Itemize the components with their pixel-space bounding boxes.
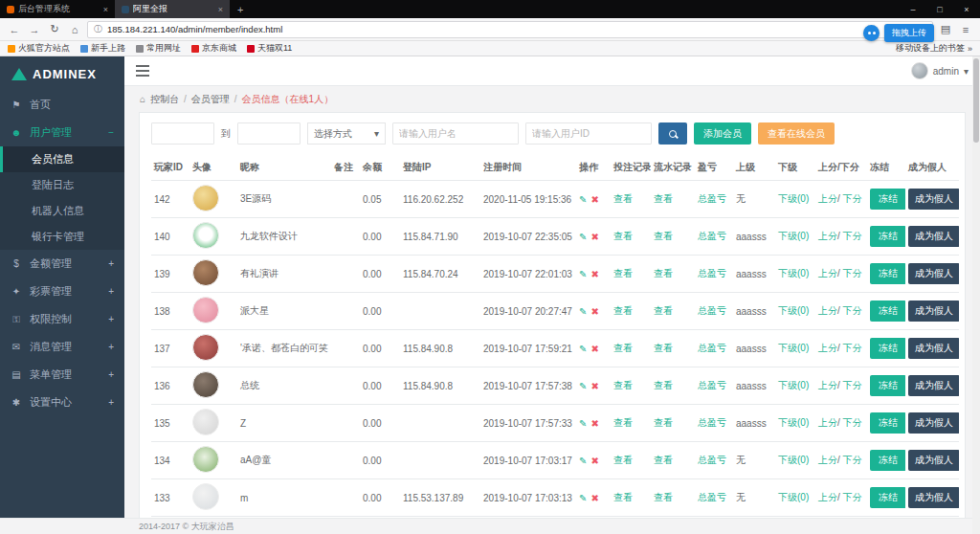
delete-icon[interactable]: ✖ (590, 381, 598, 391)
view-bets-link[interactable]: 查看 (613, 417, 633, 428)
view-bets-link[interactable]: 查看 (613, 492, 633, 502)
sidebar-item-member-info[interactable]: 会员信息 (0, 146, 124, 172)
freeze-button[interactable]: 冻结 (870, 375, 905, 396)
breadcrumb-member-management[interactable]: 会员管理 (191, 93, 230, 106)
url-text[interactable]: 185.184.221.140/admin/member/index.html (107, 24, 901, 34)
subtract-points-link[interactable]: 下分 (843, 417, 862, 428)
become-fake-button[interactable]: 成为假人 (908, 375, 959, 396)
subordinate-link[interactable]: 下级(0) (778, 380, 809, 390)
become-fake-button[interactable]: 成为假人 (908, 263, 959, 284)
bookmark-item[interactable]: 京东商城 (191, 42, 236, 55)
delete-icon[interactable]: ✖ (590, 269, 598, 279)
total-profit-link[interactable]: 总盈亏 (698, 455, 726, 465)
subtract-points-link[interactable]: 下分 (843, 268, 862, 278)
subtract-points-link[interactable]: 下分 (843, 343, 862, 353)
mobile-bookmarks[interactable]: 移动设备上的书签» (896, 42, 972, 55)
view-online-members-button[interactable]: 查看在线会员 (758, 122, 835, 145)
url-bar[interactable]: ⓘ 185.184.221.140/admin/member/index.htm… (87, 21, 933, 38)
bookmark-item[interactable]: 天猫双11 (247, 42, 292, 55)
edit-icon[interactable]: ✎ (579, 418, 587, 429)
become-fake-button[interactable]: 成为假人 (908, 300, 959, 322)
edit-icon[interactable]: ✎ (579, 306, 587, 317)
new-tab-button[interactable]: + (230, 0, 251, 18)
subordinate-link[interactable]: 下级(0) (778, 231, 809, 241)
bookmark-item[interactable]: 火狐官方站点 (8, 42, 70, 55)
edit-icon[interactable]: ✎ (579, 232, 587, 242)
subordinate-link[interactable]: 下级(0) (778, 343, 809, 353)
view-flow-link[interactable]: 查看 (654, 305, 673, 316)
extensions-grid-icon[interactable]: ▤ (938, 23, 953, 35)
upload-eyes-icon[interactable] (863, 25, 880, 41)
sidebar-item-settings[interactable]: ✱ 设置中心 + (0, 389, 124, 416)
tab-close-icon[interactable]: × (218, 5, 223, 14)
become-fake-button[interactable]: 成为假人 (908, 487, 959, 508)
view-flow-link[interactable]: 查看 (654, 492, 673, 502)
add-points-link[interactable]: 上分 (818, 343, 837, 353)
subtract-points-link[interactable]: 下分 (843, 455, 862, 465)
add-points-link[interactable]: 上分 (818, 455, 837, 465)
subordinate-link[interactable]: 下级(0) (778, 305, 809, 316)
sidebar-item-message[interactable]: ✉ 消息管理 + (0, 333, 124, 361)
sidebar-item-home[interactable]: ⚑ 首页 (0, 91, 124, 119)
app-menu-icon[interactable]: ≡ (958, 24, 973, 35)
sidebar-item-bankcard[interactable]: 银行卡管理 (0, 224, 124, 250)
scrollbar-thumb[interactable] (973, 58, 979, 143)
add-points-link[interactable]: 上分 (818, 268, 837, 278)
delete-icon[interactable]: ✖ (590, 306, 598, 317)
edit-icon[interactable]: ✎ (579, 194, 587, 205)
userid-input[interactable] (525, 122, 652, 145)
total-profit-link[interactable]: 总盈亏 (698, 492, 726, 502)
add-points-link[interactable]: 上分 (818, 231, 837, 241)
total-profit-link[interactable]: 总盈亏 (698, 343, 726, 353)
subtract-points-link[interactable]: 下分 (843, 380, 862, 390)
id-range-end-input[interactable] (237, 122, 301, 145)
minimize-button[interactable]: – (900, 0, 926, 18)
tab-close-icon[interactable]: × (103, 5, 108, 14)
add-points-link[interactable]: 上分 (818, 193, 837, 204)
delete-icon[interactable]: ✖ (590, 232, 598, 242)
breadcrumb-console[interactable]: 控制台 (150, 93, 179, 106)
subordinate-link[interactable]: 下级(0) (778, 193, 809, 204)
browser-tab-active[interactable]: 阿里全报 × (115, 0, 230, 18)
delete-icon[interactable]: ✖ (590, 344, 598, 354)
maximize-button[interactable]: □ (926, 0, 953, 18)
freeze-button[interactable]: 冻结 (870, 263, 905, 284)
sidebar-item-menu[interactable]: ▤ 菜单管理 + (0, 361, 124, 389)
view-bets-link[interactable]: 查看 (613, 343, 633, 353)
add-points-link[interactable]: 上分 (818, 380, 837, 390)
view-bets-link[interactable]: 查看 (613, 231, 633, 241)
add-points-link[interactable]: 上分 (818, 305, 837, 316)
upload-badge[interactable]: 拖拽上传 (884, 24, 934, 42)
username-input[interactable] (392, 122, 519, 145)
edit-icon[interactable]: ✎ (579, 269, 587, 279)
search-button[interactable] (658, 122, 687, 145)
edit-icon[interactable]: ✎ (579, 493, 587, 503)
freeze-button[interactable]: 冻结 (870, 189, 905, 210)
become-fake-button[interactable]: 成为假人 (908, 450, 959, 471)
id-range-start-input[interactable] (151, 122, 214, 145)
subtract-points-link[interactable]: 下分 (843, 193, 862, 204)
view-bets-link[interactable]: 查看 (613, 380, 633, 390)
view-flow-link[interactable]: 查看 (654, 380, 673, 390)
subtract-points-link[interactable]: 下分 (843, 231, 862, 241)
freeze-button[interactable]: 冻结 (870, 487, 905, 508)
view-bets-link[interactable]: 查看 (613, 193, 633, 204)
view-flow-link[interactable]: 查看 (654, 343, 673, 353)
freeze-button[interactable]: 冻结 (870, 300, 905, 322)
subordinate-link[interactable]: 下级(0) (778, 492, 809, 502)
total-profit-link[interactable]: 总盈亏 (698, 417, 726, 428)
delete-icon[interactable]: ✖ (590, 456, 598, 466)
close-button[interactable]: × (953, 0, 980, 18)
bookmark-item[interactable]: 常用网址 (136, 42, 181, 55)
view-bets-link[interactable]: 查看 (613, 305, 633, 316)
view-bets-link[interactable]: 查看 (613, 455, 633, 465)
sidebar-item-login-log[interactable]: 登陆日志 (0, 172, 124, 198)
delete-icon[interactable]: ✖ (590, 418, 598, 429)
bookmark-item[interactable]: 新手上路 (80, 42, 125, 55)
user-menu[interactable]: admin ▾ (911, 62, 969, 79)
reload-icon[interactable]: ↻ (47, 23, 62, 35)
total-profit-link[interactable]: 总盈亏 (698, 268, 726, 278)
add-points-link[interactable]: 上分 (818, 417, 837, 428)
delete-icon[interactable]: ✖ (590, 493, 598, 503)
total-profit-link[interactable]: 总盈亏 (698, 231, 726, 241)
